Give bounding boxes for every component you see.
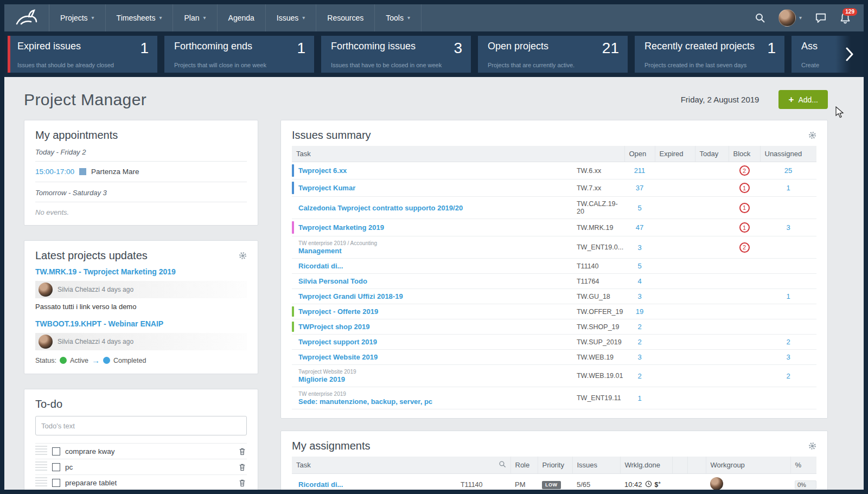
open-count[interactable]: 2 bbox=[637, 372, 641, 380]
block-count-badge[interactable]: 2 bbox=[739, 242, 750, 253]
appointment-title: Partenza Mare bbox=[91, 168, 139, 176]
task-link[interactable]: Silvia Personal Todo bbox=[298, 277, 367, 285]
task-link[interactable]: Calzedonia Twproject contratto supporto … bbox=[298, 204, 463, 212]
stat-card[interactable]: Expired issues 1 Issues that should be a… bbox=[8, 36, 157, 73]
menu-item-label: Agenda bbox=[228, 14, 254, 22]
task-link[interactable]: Twproject - Offerte 2019 bbox=[298, 307, 378, 316]
workgroup-avatar[interactable] bbox=[710, 477, 723, 490]
unassigned-count[interactable]: 2 bbox=[786, 338, 790, 346]
task-link[interactable]: Sede: manutenzione, backup, server, pc bbox=[298, 397, 432, 406]
block-count-badge[interactable]: 1 bbox=[739, 222, 750, 233]
stat-title: Open projects bbox=[488, 41, 548, 52]
menu-item[interactable]: Resources ▾ bbox=[316, 4, 375, 31]
menu-item[interactable]: Tools ▾ bbox=[375, 4, 422, 31]
block-count: 2 bbox=[743, 168, 746, 174]
task-link[interactable]: Twproject Website 2019 bbox=[298, 353, 378, 361]
task-link[interactable]: Twproject support 2019 bbox=[298, 338, 377, 346]
stat-card[interactable]: Open projects 21 Projects that are curre… bbox=[478, 36, 628, 73]
task-link[interactable]: Twproject Grandi Uffizi 2018-19 bbox=[298, 292, 403, 300]
drag-handle[interactable] bbox=[35, 461, 47, 472]
drag-handle[interactable] bbox=[35, 477, 47, 488]
issues-summary-row: Twproject Website 2019 Migliorie 2019 TW… bbox=[292, 365, 816, 387]
trash-icon[interactable] bbox=[238, 447, 247, 455]
task-link[interactable]: Ricordati di... bbox=[298, 262, 343, 270]
clock-icon[interactable] bbox=[645, 480, 652, 489]
unassigned-count[interactable]: 1 bbox=[786, 184, 790, 192]
open-count[interactable]: 5 bbox=[637, 204, 641, 212]
table-search-icon[interactable] bbox=[499, 460, 506, 470]
gear-icon[interactable] bbox=[808, 131, 816, 139]
unassigned-count[interactable]: 25 bbox=[784, 166, 792, 175]
project-color-bar bbox=[292, 221, 294, 234]
unassigned-count[interactable]: 3 bbox=[786, 353, 790, 361]
column-open: Open bbox=[624, 146, 655, 162]
todo-checkbox[interactable] bbox=[52, 479, 60, 487]
task-code: T11140 bbox=[456, 474, 510, 490]
my-assignments-title: My assignments bbox=[292, 440, 371, 452]
open-count[interactable]: 1 bbox=[637, 394, 641, 402]
menu-item[interactable]: Agenda ▾ bbox=[218, 4, 266, 31]
user-menu[interactable]: ▾ bbox=[778, 9, 802, 27]
appointments-day-today: Today - Friday 2 bbox=[35, 142, 247, 162]
open-count[interactable]: 5 bbox=[637, 262, 641, 270]
stat-subtitle: Issues that should be already closed bbox=[17, 62, 149, 68]
todo-input[interactable] bbox=[35, 416, 247, 435]
open-count[interactable]: 3 bbox=[637, 243, 641, 252]
task-code: TW.SHOP_19 bbox=[572, 319, 624, 335]
open-count[interactable]: 4 bbox=[637, 277, 641, 285]
issues-count[interactable]: 5/65 bbox=[572, 474, 620, 490]
issues-summary-card: Issues summary Task bbox=[280, 120, 828, 419]
menu-item[interactable]: Projects ▾ bbox=[49, 4, 106, 31]
task-link[interactable]: TWProject shop 2019 bbox=[298, 323, 369, 331]
block-count-badge[interactable]: 1 bbox=[739, 183, 750, 193]
open-count[interactable]: 211 bbox=[634, 166, 646, 175]
search-icon[interactable] bbox=[755, 12, 765, 23]
gear-icon[interactable] bbox=[808, 442, 816, 450]
task-link[interactable]: Migliorie 2019 bbox=[298, 375, 345, 383]
task-link[interactable]: Management bbox=[298, 247, 341, 255]
status-from: Active bbox=[70, 357, 88, 364]
add-button[interactable]: + Add... bbox=[778, 90, 828, 109]
open-count[interactable]: 3 bbox=[637, 353, 641, 361]
open-count[interactable]: 3 bbox=[637, 292, 641, 300]
task-link[interactable]: Twproject Marketing 2019 bbox=[298, 223, 384, 232]
chat-icon[interactable] bbox=[815, 12, 827, 23]
notifications-bell-icon[interactable]: 129 bbox=[840, 12, 851, 24]
task-code: TW_ENT19.0... bbox=[572, 236, 624, 259]
menu-item[interactable]: Plan ▾ bbox=[173, 4, 217, 31]
update-project-link[interactable]: TW.MRK.19 - Twproject Marketing 2019 bbox=[35, 267, 247, 276]
todo-checkbox[interactable] bbox=[52, 447, 60, 455]
menu-item-label: Resources bbox=[327, 14, 363, 22]
unassigned-count[interactable]: 2 bbox=[786, 372, 790, 380]
update-project-link[interactable]: TWBOOT.19.KHPT - Webinar ENAIP bbox=[35, 319, 247, 328]
todo-checkbox[interactable] bbox=[52, 463, 60, 471]
block-count-badge[interactable]: 1 bbox=[739, 203, 750, 213]
plus-icon: + bbox=[788, 95, 794, 104]
open-count[interactable]: 37 bbox=[636, 184, 643, 192]
block-count-badge[interactable]: 2 bbox=[739, 165, 750, 176]
menu-item[interactable]: Timesheets ▾ bbox=[106, 4, 174, 31]
unassigned-count[interactable]: 3 bbox=[786, 223, 790, 232]
menu-item[interactable]: Issues ▾ bbox=[266, 4, 317, 31]
stat-card[interactable]: Forthcoming ends 1 Projects that will cl… bbox=[164, 36, 314, 73]
open-count[interactable]: 47 bbox=[636, 223, 643, 232]
cost-icon[interactable]: $+ bbox=[655, 480, 661, 489]
appointment-time-link[interactable]: 15:00-17:00 bbox=[35, 168, 74, 176]
twproject-logo[interactable] bbox=[4, 4, 49, 31]
stat-card[interactable]: Recently created projects 1 Projects cre… bbox=[635, 36, 784, 73]
task-link[interactable]: Ricordati di... bbox=[298, 480, 343, 489]
open-count[interactable]: 2 bbox=[637, 338, 641, 346]
gear-icon[interactable] bbox=[239, 252, 247, 260]
open-count[interactable]: 19 bbox=[636, 307, 643, 316]
unassigned-count[interactable]: 1 bbox=[786, 292, 790, 300]
author-avatar bbox=[39, 335, 53, 349]
carousel-next-button[interactable] bbox=[835, 31, 864, 77]
open-count[interactable]: 2 bbox=[637, 323, 641, 331]
todo-label: comprare kway bbox=[65, 447, 233, 455]
trash-icon[interactable] bbox=[238, 479, 247, 487]
drag-handle[interactable] bbox=[35, 446, 47, 457]
task-link[interactable]: Twproject Kumar bbox=[298, 184, 355, 192]
stat-card[interactable]: Forthcoming issues 3 Issues that have to… bbox=[321, 36, 471, 73]
task-link[interactable]: Twproject 6.xx bbox=[298, 166, 347, 175]
trash-icon[interactable] bbox=[238, 463, 247, 471]
